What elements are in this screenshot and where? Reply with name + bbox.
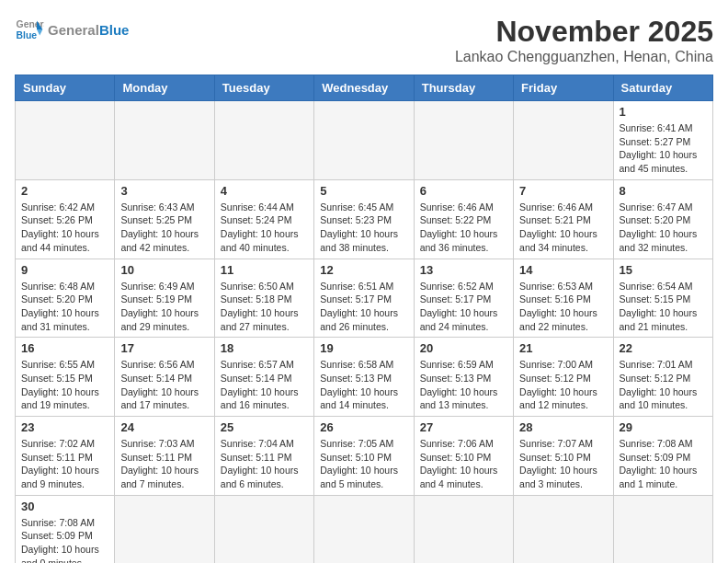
table-row xyxy=(115,101,214,180)
day-info: Sunrise: 6:59 AM Sunset: 5:13 PM Dayligh… xyxy=(420,358,507,412)
day-number: 5 xyxy=(320,184,407,198)
day-number: 23 xyxy=(21,420,108,434)
table-row: 16Sunrise: 6:55 AM Sunset: 5:15 PM Dayli… xyxy=(16,338,115,417)
table-row: 3Sunrise: 6:43 AM Sunset: 5:25 PM Daylig… xyxy=(115,179,214,259)
table-row: 24Sunrise: 7:03 AM Sunset: 5:11 PM Dayli… xyxy=(115,417,214,496)
day-number: 20 xyxy=(420,341,507,355)
day-number: 6 xyxy=(420,184,507,198)
table-row: 21Sunrise: 7:00 AM Sunset: 5:12 PM Dayli… xyxy=(514,338,613,417)
calendar-header-row: Sunday Monday Tuesday Wednesday Thursday… xyxy=(16,75,713,101)
table-row: 30Sunrise: 7:08 AM Sunset: 5:09 PM Dayli… xyxy=(16,495,115,563)
day-info: Sunrise: 6:56 AM Sunset: 5:14 PM Dayligh… xyxy=(120,358,208,412)
day-info: Sunrise: 7:00 AM Sunset: 5:12 PM Dayligh… xyxy=(519,358,607,412)
day-number: 28 xyxy=(519,420,607,434)
day-number: 14 xyxy=(519,263,607,277)
logo-blue: Blue xyxy=(99,22,130,38)
day-info: Sunrise: 6:48 AM Sunset: 5:20 PM Dayligh… xyxy=(21,280,108,334)
table-row: 7Sunrise: 6:46 AM Sunset: 5:21 PM Daylig… xyxy=(514,179,613,259)
day-number: 4 xyxy=(221,184,308,198)
logo-icon: General Blue xyxy=(15,15,44,44)
table-row: 6Sunrise: 6:46 AM Sunset: 5:22 PM Daylig… xyxy=(414,179,513,259)
day-number: 2 xyxy=(21,184,108,198)
table-row: 22Sunrise: 7:01 AM Sunset: 5:12 PM Dayli… xyxy=(613,338,712,417)
day-number: 18 xyxy=(221,341,308,355)
day-info: Sunrise: 6:42 AM Sunset: 5:26 PM Dayligh… xyxy=(21,201,108,255)
day-info: Sunrise: 7:04 AM Sunset: 5:11 PM Dayligh… xyxy=(221,437,308,491)
day-info: Sunrise: 6:46 AM Sunset: 5:21 PM Dayligh… xyxy=(519,201,607,255)
header: General Blue GeneralBlue November 2025 L… xyxy=(15,15,713,65)
day-info: Sunrise: 6:51 AM Sunset: 5:17 PM Dayligh… xyxy=(320,280,407,334)
table-row: 14Sunrise: 6:53 AM Sunset: 5:16 PM Dayli… xyxy=(514,259,613,338)
table-row: 15Sunrise: 6:54 AM Sunset: 5:15 PM Dayli… xyxy=(613,259,712,338)
day-info: Sunrise: 6:45 AM Sunset: 5:23 PM Dayligh… xyxy=(320,201,407,255)
day-info: Sunrise: 7:01 AM Sunset: 5:12 PM Dayligh… xyxy=(620,358,707,412)
day-number: 25 xyxy=(221,420,308,434)
day-number: 13 xyxy=(420,263,507,277)
day-info: Sunrise: 7:02 AM Sunset: 5:11 PM Dayligh… xyxy=(21,437,108,491)
table-row xyxy=(115,495,214,563)
table-row xyxy=(16,101,115,180)
day-number: 12 xyxy=(320,263,407,277)
calendar-week-row: 16Sunrise: 6:55 AM Sunset: 5:15 PM Dayli… xyxy=(16,338,713,417)
day-number: 30 xyxy=(21,500,108,513)
day-number: 9 xyxy=(21,263,108,277)
day-info: Sunrise: 7:05 AM Sunset: 5:10 PM Dayligh… xyxy=(320,437,407,491)
table-row xyxy=(414,101,513,180)
title-area: November 2025 Lankao Chengguanzhen, Hena… xyxy=(455,15,713,65)
day-info: Sunrise: 7:08 AM Sunset: 5:09 PM Dayligh… xyxy=(620,437,707,491)
day-info: Sunrise: 6:43 AM Sunset: 5:25 PM Dayligh… xyxy=(120,201,208,255)
logo: General Blue GeneralBlue xyxy=(15,15,129,44)
day-info: Sunrise: 7:06 AM Sunset: 5:10 PM Dayligh… xyxy=(420,437,507,491)
table-row: 9Sunrise: 6:48 AM Sunset: 5:20 PM Daylig… xyxy=(16,259,115,338)
table-row: 19Sunrise: 6:58 AM Sunset: 5:13 PM Dayli… xyxy=(314,338,414,417)
table-row: 5Sunrise: 6:45 AM Sunset: 5:23 PM Daylig… xyxy=(314,179,414,259)
day-number: 11 xyxy=(221,263,308,277)
table-row: 13Sunrise: 6:52 AM Sunset: 5:17 PM Dayli… xyxy=(414,259,513,338)
day-info: Sunrise: 6:57 AM Sunset: 5:14 PM Dayligh… xyxy=(221,358,308,412)
table-row: 1Sunrise: 6:41 AM Sunset: 5:27 PM Daylig… xyxy=(613,101,712,180)
col-friday: Friday xyxy=(514,75,613,101)
table-row xyxy=(314,495,414,563)
calendar: Sunday Monday Tuesday Wednesday Thursday… xyxy=(15,75,713,563)
day-info: Sunrise: 6:55 AM Sunset: 5:15 PM Dayligh… xyxy=(21,358,108,412)
table-row xyxy=(214,495,313,563)
day-number: 3 xyxy=(120,184,208,198)
table-row xyxy=(514,101,613,180)
day-info: Sunrise: 6:54 AM Sunset: 5:15 PM Dayligh… xyxy=(620,280,707,334)
day-number: 24 xyxy=(120,420,208,434)
table-row xyxy=(514,495,613,563)
day-info: Sunrise: 6:58 AM Sunset: 5:13 PM Dayligh… xyxy=(320,358,407,412)
table-row: 11Sunrise: 6:50 AM Sunset: 5:18 PM Dayli… xyxy=(214,259,313,338)
table-row: 2Sunrise: 6:42 AM Sunset: 5:26 PM Daylig… xyxy=(16,179,115,259)
day-number: 16 xyxy=(21,341,108,355)
table-row: 23Sunrise: 7:02 AM Sunset: 5:11 PM Dayli… xyxy=(16,417,115,496)
col-wednesday: Wednesday xyxy=(314,75,414,101)
table-row: 20Sunrise: 6:59 AM Sunset: 5:13 PM Dayli… xyxy=(414,338,513,417)
calendar-week-row: 1Sunrise: 6:41 AM Sunset: 5:27 PM Daylig… xyxy=(16,101,713,180)
day-number: 7 xyxy=(519,184,607,198)
day-number: 17 xyxy=(120,341,208,355)
table-row: 10Sunrise: 6:49 AM Sunset: 5:19 PM Dayli… xyxy=(115,259,214,338)
day-number: 8 xyxy=(620,184,707,198)
day-info: Sunrise: 7:07 AM Sunset: 5:10 PM Dayligh… xyxy=(519,437,607,491)
table-row xyxy=(414,495,513,563)
day-info: Sunrise: 6:50 AM Sunset: 5:18 PM Dayligh… xyxy=(221,280,308,334)
day-number: 29 xyxy=(620,420,707,434)
day-number: 10 xyxy=(120,263,208,277)
day-info: Sunrise: 6:41 AM Sunset: 5:27 PM Dayligh… xyxy=(620,121,707,176)
day-info: Sunrise: 6:53 AM Sunset: 5:16 PM Dayligh… xyxy=(519,280,607,334)
table-row: 17Sunrise: 6:56 AM Sunset: 5:14 PM Dayli… xyxy=(115,338,214,417)
calendar-week-row: 2Sunrise: 6:42 AM Sunset: 5:26 PM Daylig… xyxy=(16,179,713,259)
calendar-week-row: 9Sunrise: 6:48 AM Sunset: 5:20 PM Daylig… xyxy=(16,259,713,338)
table-row xyxy=(613,495,712,563)
day-info: Sunrise: 6:44 AM Sunset: 5:24 PM Dayligh… xyxy=(221,201,308,255)
day-info: Sunrise: 6:47 AM Sunset: 5:20 PM Dayligh… xyxy=(620,201,707,255)
col-sunday: Sunday xyxy=(16,75,115,101)
day-info: Sunrise: 7:08 AM Sunset: 5:09 PM Dayligh… xyxy=(21,516,108,563)
day-info: Sunrise: 7:03 AM Sunset: 5:11 PM Dayligh… xyxy=(120,437,208,491)
day-info: Sunrise: 6:49 AM Sunset: 5:19 PM Dayligh… xyxy=(120,280,208,334)
svg-marker-3 xyxy=(37,29,42,35)
table-row: 26Sunrise: 7:05 AM Sunset: 5:10 PM Dayli… xyxy=(314,417,414,496)
col-thursday: Thursday xyxy=(414,75,513,101)
day-number: 15 xyxy=(620,263,707,277)
